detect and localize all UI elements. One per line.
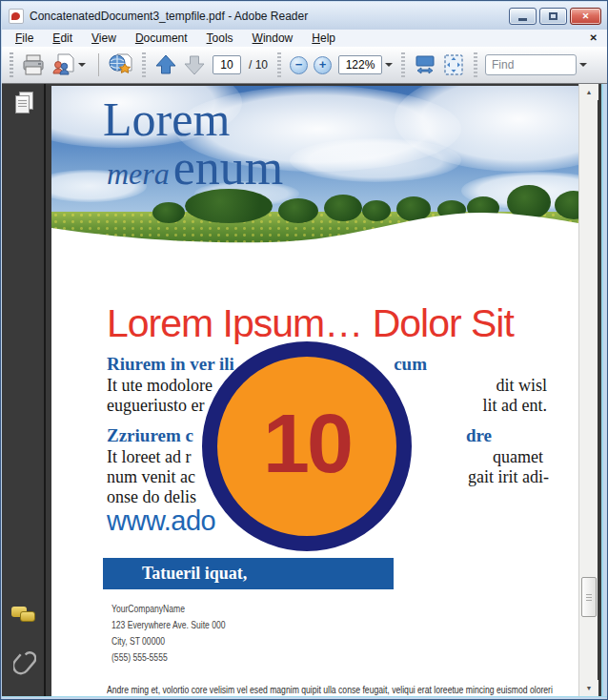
- comments-panel-button[interactable]: [11, 607, 38, 628]
- address-line: City, ST 00000: [111, 635, 226, 651]
- find-input[interactable]: [485, 54, 577, 75]
- close-document-icon[interactable]: ✕: [590, 32, 598, 43]
- masthead-photo: Lorem mera enum: [51, 86, 578, 245]
- window-border-right: [601, 84, 608, 696]
- email-share-dropdown-icon: [78, 63, 86, 67]
- menu-document[interactable]: Document: [126, 30, 197, 47]
- toolbar-separator: [277, 52, 281, 77]
- zoom-out-button[interactable]: −: [290, 56, 308, 74]
- pdf-page: Lorem mera enum Lorem Ipsum… Dolor Sit R…: [51, 86, 578, 696]
- adobe-reader-window: ConcatenatedDocument3_tempfile.pdf - Ado…: [0, 0, 608, 700]
- fit-width-icon: [414, 53, 436, 76]
- title-bar: ConcatenatedDocument3_tempfile.pdf - Ado…: [2, 2, 608, 30]
- printer-icon: [22, 54, 45, 75]
- zoom-level-value[interactable]: 122%: [338, 55, 382, 74]
- vertical-scrollbar[interactable]: ▲ ▼: [578, 84, 598, 696]
- page-number-badge: 10: [202, 341, 412, 551]
- menu-window[interactable]: Window: [243, 30, 303, 47]
- pages-panel-button[interactable]: [14, 92, 35, 116]
- scroll-up-icon: ▲: [586, 89, 593, 95]
- window-title: ConcatenatedDocument3_tempfile.pdf - Ado…: [30, 10, 308, 23]
- minimize-icon: [518, 18, 527, 21]
- page-total-label: / 10: [249, 58, 268, 72]
- menu-file[interactable]: File: [6, 30, 43, 47]
- badge-number: 10: [263, 395, 351, 492]
- fit-width-button[interactable]: [411, 51, 439, 79]
- menu-help[interactable]: Help: [302, 30, 345, 47]
- wave-edge: [51, 200, 578, 245]
- close-button[interactable]: ✕: [570, 8, 601, 25]
- paperclip-icon: [13, 649, 36, 676]
- find-dropdown-icon[interactable]: [579, 63, 587, 67]
- banner-bar: Tatueril iquat,: [103, 558, 394, 589]
- menu-view[interactable]: View: [82, 30, 126, 47]
- toolbar-separator: [401, 52, 405, 77]
- document-pane: Lorem mera enum Lorem Ipsum… Dolor Sit R…: [2, 84, 601, 696]
- maximize-button[interactable]: [539, 8, 567, 25]
- scroll-down-icon: ▼: [586, 685, 593, 691]
- menu-tools[interactable]: Tools: [197, 30, 243, 47]
- masthead-word3: enum: [173, 143, 284, 193]
- fit-page-button[interactable]: [439, 51, 468, 79]
- maximize-icon: [549, 12, 557, 20]
- website-link[interactable]: www.ado: [107, 505, 215, 537]
- pdf-app-icon: [9, 9, 24, 24]
- close-icon: ✕: [582, 11, 590, 21]
- page-number-input[interactable]: 10: [213, 55, 241, 74]
- scroll-up-button[interactable]: ▲: [579, 84, 598, 100]
- people-document-icon: [51, 53, 75, 76]
- online-services-button[interactable]: [106, 51, 136, 79]
- zoom-in-button[interactable]: +: [314, 56, 332, 74]
- up-arrow-icon: [154, 53, 177, 76]
- globe-document-star-icon: [109, 53, 133, 76]
- toolbar-separator: [474, 52, 477, 77]
- minimize-button[interactable]: [509, 8, 537, 25]
- toolbar-separator: [98, 53, 99, 76]
- previous-page-button[interactable]: [152, 51, 180, 79]
- email-share-button[interactable]: [48, 51, 91, 79]
- toolbar: 10 / 10 − + 122%: [2, 47, 608, 84]
- masthead-word2: mera: [107, 158, 170, 189]
- toolbar-grip: [10, 52, 13, 77]
- down-arrow-icon: [183, 53, 206, 76]
- window-border-bottom: [2, 696, 608, 700]
- masthead-word1: Lorem: [103, 95, 230, 143]
- company-name: YourCompanyName: [111, 603, 226, 619]
- fit-page-icon: [442, 53, 465, 76]
- menu-edit[interactable]: Edit: [43, 30, 82, 47]
- attachments-panel-button[interactable]: [13, 649, 36, 680]
- zoom-dropdown-icon[interactable]: [385, 63, 393, 67]
- phone-number: (555) 555-5555: [111, 651, 226, 668]
- address-block: YourCompanyName 123 Everywhere Ave. Suit…: [111, 603, 257, 668]
- navigation-sidebar: [2, 84, 46, 696]
- next-page-button[interactable]: [180, 51, 209, 79]
- address-line: 123 Everywhere Ave. Suite 000: [111, 619, 226, 635]
- menu-bar: File Edit View Document Tools Window Hel…: [2, 30, 608, 47]
- article-headline: Lorem Ipsum… Dolor Sit: [107, 301, 514, 346]
- scroll-down-button[interactable]: ▼: [579, 680, 598, 696]
- footer-text: Andre ming et, volortio core velisim vel…: [107, 684, 553, 695]
- print-button[interactable]: [19, 51, 48, 79]
- toolbar-separator: [142, 52, 146, 77]
- scrollbar-thumb[interactable]: [581, 577, 597, 617]
- banner-text: Tatueril iquat,: [103, 558, 394, 588]
